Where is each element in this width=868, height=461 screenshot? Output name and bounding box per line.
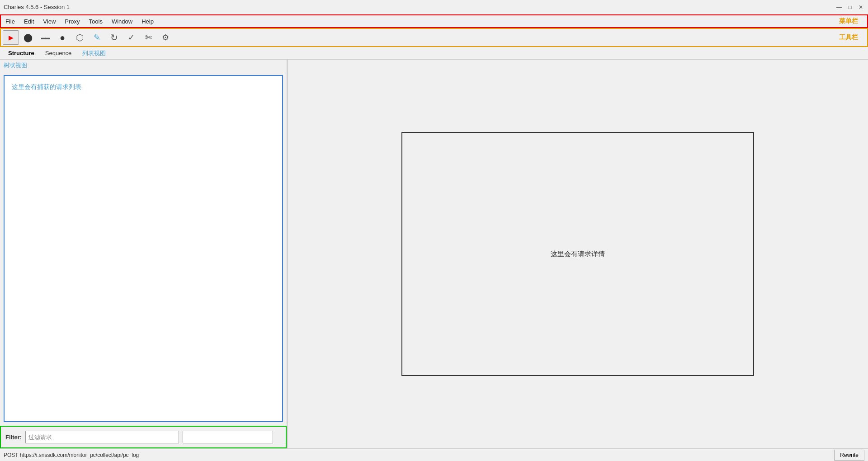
menu-tools[interactable]: Tools <box>85 16 107 27</box>
menu-help[interactable]: Help <box>137 16 158 27</box>
title-bar: Charles 4.5.6 - Session 1 — □ ✕ <box>0 0 868 14</box>
maximize-button[interactable]: □ <box>846 4 854 11</box>
split-container: 树状视图 这里会有捕获的请求列表 Filter: 这里会有请求详情 <box>0 60 868 448</box>
close-button[interactable]: ✕ <box>857 4 864 11</box>
window-title: Charles 4.5.6 - Session 1 <box>4 4 835 10</box>
record-button[interactable]: ▶ <box>3 30 19 45</box>
right-panel: 这里会有请求详情 <box>288 60 868 448</box>
clear-button[interactable]: ● <box>54 30 71 45</box>
compose-button[interactable]: ⬡ <box>71 30 88 45</box>
clear-icon: ● <box>60 33 65 43</box>
request-list-container: 这里会有捕获的请求列表 <box>4 75 283 422</box>
request-detail-container: 这里会有请求详情 <box>401 132 754 376</box>
filter-input-extra[interactable] <box>183 431 273 443</box>
compose-icon: ⬡ <box>76 32 84 43</box>
left-panel: 树状视图 这里会有捕获的请求列表 Filter: <box>0 60 287 448</box>
tab-list-view[interactable]: 列表视图 <box>78 48 110 59</box>
detail-placeholder: 这里会有请求详情 <box>551 250 605 259</box>
stop-button[interactable]: ⬤ <box>20 30 36 45</box>
menu-bar-label-cn: 菜单栏 <box>839 17 858 25</box>
tab-sequence[interactable]: Sequence <box>41 48 76 58</box>
request-list-placeholder: 这里会有捕获的请求列表 <box>12 83 81 91</box>
stop-icon: ⬤ <box>24 33 33 42</box>
menu-window[interactable]: Window <box>107 16 137 27</box>
menu-file[interactable]: File <box>1 16 19 27</box>
scissors-button[interactable]: ✄ <box>140 30 156 45</box>
menu-view[interactable]: View <box>38 16 60 27</box>
tree-view-label[interactable]: 树状视图 <box>0 60 287 71</box>
filter-bar: Filter: <box>0 426 287 448</box>
record-icon: ▶ <box>9 34 14 41</box>
throttle-icon: ▬▬ <box>41 35 49 40</box>
refresh-icon: ↻ <box>110 32 118 43</box>
filter-label: Filter: <box>5 434 22 441</box>
toolbar: ▶ ⬤ ▬▬ ● ⬡ ✎ ↻ ✓ ✄ ⚙ 工具栏 <box>0 28 868 47</box>
toolbar-label-cn: 工具栏 <box>839 33 858 42</box>
window-controls: — □ ✕ <box>835 4 864 11</box>
minimize-button[interactable]: — <box>835 4 843 11</box>
status-text: POST https://i.snssdk.com/monitor_pc/col… <box>4 452 139 458</box>
status-bar: POST https://i.snssdk.com/monitor_pc/col… <box>0 448 868 461</box>
throttle-button[interactable]: ▬▬ <box>37 30 53 45</box>
edit-button[interactable]: ✎ <box>89 30 105 45</box>
validate-button[interactable]: ✓ <box>123 30 139 45</box>
rewrite-button[interactable]: Rewrite <box>834 450 864 461</box>
settings-button[interactable]: ⚙ <box>157 30 174 45</box>
menu-edit[interactable]: Edit <box>19 16 38 27</box>
filter-input[interactable] <box>25 431 179 443</box>
validate-icon: ✓ <box>128 33 135 42</box>
settings-icon: ⚙ <box>162 33 169 42</box>
scissors-icon: ✄ <box>145 33 152 42</box>
edit-icon: ✎ <box>94 33 100 42</box>
app-container: Charles 4.5.6 - Session 1 — □ ✕ File Edi… <box>0 0 868 461</box>
menu-bar: File Edit View Proxy Tools Window Help 菜… <box>0 14 868 28</box>
menu-proxy[interactable]: Proxy <box>60 16 84 27</box>
tabs-bar: Structure Sequence 列表视图 <box>0 47 868 60</box>
tab-structure[interactable]: Structure <box>4 48 39 58</box>
refresh-button[interactable]: ↻ <box>106 30 122 45</box>
